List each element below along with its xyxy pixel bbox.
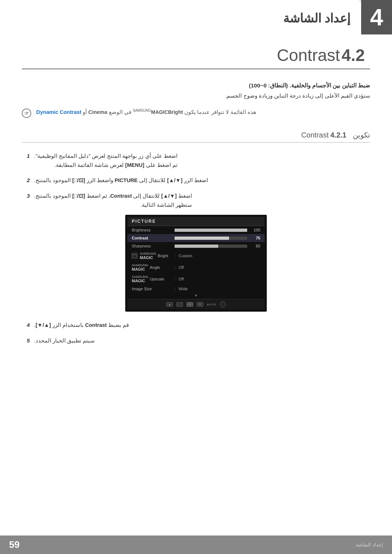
footer-page-number: 59	[9, 539, 20, 550]
subsection-number: 4.2.1	[330, 131, 346, 139]
footer-chapter-name: إعداد الشاشة	[356, 542, 383, 547]
section-heading: Contrast 4.2	[22, 45, 370, 69]
description-line1: ضبط التباين بين الأجسام والخلفية. (النطا…	[22, 80, 370, 91]
step-2-number: 2	[22, 177, 30, 183]
description-line2: ستؤدي القيم الأعلى إلى زيادة درجة التباي…	[22, 91, 370, 101]
monitor-bottom-bar: ◄ ⊞ ⊟ AUTO	[127, 299, 265, 309]
svg-rect-5	[133, 254, 136, 257]
description-block: ضبط التباين بين الأجسام والخلفية. (النطا…	[22, 80, 370, 101]
dynamic-contrast-ref: Dynamic Contrast	[36, 109, 81, 115]
note-text: هذه القائمة لا تتوافر عندما يكون SAMSUNG…	[35, 108, 256, 116]
step-4: قم بضبط Contrast باستخدام الزر [▲/▼]. 4	[22, 321, 370, 330]
menu-row-image-size: Image Size : Wide	[127, 285, 265, 293]
step-4-number: 4	[22, 322, 30, 328]
step-3-number: 3	[22, 193, 30, 199]
chapter-number-box: 4	[361, 0, 392, 34]
step-5-number: 5	[22, 337, 30, 344]
section-number: 4.2	[342, 46, 365, 65]
step-2-text: اضغط الزر [▼/▲] للانتقال إلى PICTURE واض…	[34, 176, 208, 185]
page-footer: 59 إعداد الشاشة	[0, 535, 392, 554]
subsection-heading: تكوين Contrast 4.2.1	[22, 131, 370, 143]
menu-row-magic-bright: SAMSUNGMAGIC Bright : Custom	[127, 250, 265, 262]
menu-row-sharpness: Sharpness 60	[127, 242, 265, 250]
step-3-text: اضغط [▼/▲] للانتقال إلى Contrast، ثم اضغ…	[34, 192, 192, 209]
menu-row-contrast: Contrast 75	[127, 234, 265, 242]
section-title: Contrast	[277, 46, 340, 65]
step-1-text: اضغط على أي زر بواجهة المنتج لعرض "دليل …	[34, 152, 177, 169]
chapter-title-block: إعداد الشاشة	[283, 11, 356, 25]
step-1-number: 1	[22, 153, 30, 159]
note-icon: ☞	[22, 108, 31, 118]
monitor-mockup: PICTURE Brightness 100 Contrast 75	[22, 215, 370, 312]
menu-title: PICTURE	[127, 217, 265, 226]
note-block: هذه القائمة لا تتوافر عندما يكون SAMSUNG…	[22, 108, 370, 118]
step-5-text: سيتم تطبيق الخيار المحدد.	[34, 336, 95, 345]
step-3: اضغط [▼/▲] للانتقال إلى Contrast، ثم اضغ…	[22, 192, 370, 209]
menu-row-magic-angle: SAMSUNGMAGIC Angle : Off	[127, 262, 265, 273]
step-5: سيتم تطبيق الخيار المحدد. 5	[22, 336, 370, 345]
step-2: اضغط الزر [▼/▲] للانتقال إلى PICTURE واض…	[22, 176, 370, 185]
step-4-text: قم بضبط Contrast باستخدام الزر [▲/▼].	[34, 321, 129, 330]
chapter-number: 4	[370, 5, 383, 29]
menu-row-magic-upscale: SAMSUNGMAGIC Upscale : Off	[127, 273, 265, 285]
chapter-title-text: إعداد الشاشة	[283, 11, 350, 25]
menu-row-brightness: Brightness 100	[127, 226, 265, 234]
step-1: اضغط على أي زر بواجهة المنتج لعرض "دليل …	[22, 152, 370, 169]
